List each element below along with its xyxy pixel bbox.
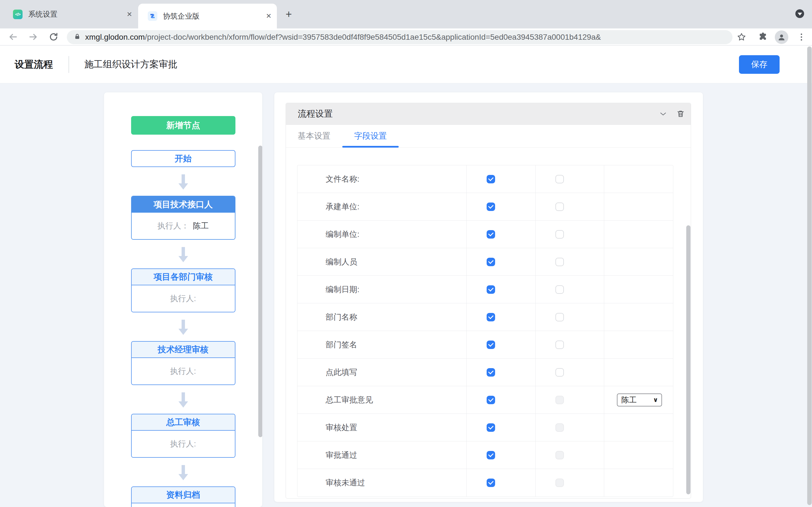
checkbox-checked[interactable]	[487, 451, 495, 459]
flow-arrow-down-icon	[179, 174, 188, 189]
field-extra-cell	[604, 469, 673, 497]
lock-icon	[74, 33, 81, 42]
field-settings-table: 文件名称:承建单位:编制单位:编制人员编制日期:部门名称部门签名点此填写总工审批…	[297, 165, 673, 497]
checkbox-checked[interactable]	[487, 230, 495, 238]
delete-trash-icon[interactable]	[675, 108, 686, 119]
checkbox-unchecked[interactable]	[555, 175, 564, 183]
field-table-row: 点此填写	[297, 358, 673, 386]
field-visible-cell	[467, 276, 536, 303]
flow-node[interactable]: 开始	[131, 150, 236, 167]
checkbox-unchecked[interactable]	[555, 230, 564, 238]
checkbox-unchecked[interactable]	[555, 203, 564, 211]
checkbox-unchecked-disabled[interactable]	[555, 451, 564, 459]
flow-node-executor-row: 执行人:	[132, 431, 235, 457]
save-button[interactable]: 保存	[739, 55, 779, 74]
checkbox-checked[interactable]	[487, 424, 495, 432]
field-table-row: 审批通过	[297, 441, 673, 469]
field-visible-cell	[467, 414, 536, 441]
xiezhu-favicon-icon	[148, 11, 157, 21]
flow-node[interactable]: 项目各部门审核执行人:	[131, 269, 236, 313]
field-label: 部门签名	[297, 331, 467, 358]
checkbox-checked[interactable]	[487, 258, 495, 266]
extensions-puzzle-icon[interactable]	[757, 31, 769, 43]
settings-tab-bar: 基本设置字段设置	[286, 125, 691, 148]
tab-search-button[interactable]	[795, 9, 804, 18]
flow-node[interactable]: 技术经理审核执行人:	[131, 341, 236, 385]
url-path: /project-doc/workbench/xform/flow/def?ws…	[145, 33, 601, 41]
checkbox-checked[interactable]	[487, 203, 495, 211]
card-header: 流程设置	[286, 103, 691, 125]
field-label: 审核处置	[297, 414, 467, 441]
checkbox-checked[interactable]	[487, 396, 495, 404]
url-bar[interactable]: xmgl.glodon.com/project-doc/workbench/xf…	[67, 30, 732, 44]
flow-node[interactable]: 资料归档执行人:	[131, 487, 236, 507]
field-required-cell	[536, 414, 604, 441]
checkbox-unchecked[interactable]	[555, 258, 564, 266]
flow-node[interactable]: 项目技术接口人执行人：陈工	[131, 196, 236, 240]
executor-dropdown[interactable]: 陈工∨	[617, 393, 662, 406]
bookmark-star-icon[interactable]	[735, 31, 748, 43]
settings-tab-fields[interactable]: 字段设置	[342, 125, 399, 147]
field-label: 点此填写	[297, 358, 467, 386]
checkbox-checked[interactable]	[487, 175, 495, 183]
tab-close-icon[interactable]: ✕	[126, 11, 133, 18]
field-label: 文件名称:	[297, 165, 467, 193]
checkbox-unchecked[interactable]	[555, 285, 564, 294]
header-divider	[68, 56, 69, 73]
executor-name: 陈工	[193, 221, 209, 231]
checkbox-checked[interactable]	[487, 368, 495, 377]
settings-panel-scrollbar[interactable]	[686, 225, 691, 494]
forward-button[interactable]	[27, 31, 40, 43]
document-title: 施工组织设计方案审批	[84, 58, 177, 71]
browser-tab-system-settings[interactable]: </> 系统设置 ✕	[5, 0, 138, 29]
collapse-chevron-icon[interactable]	[658, 108, 669, 119]
checkbox-unchecked[interactable]	[555, 368, 564, 377]
settings-tab-basic[interactable]: 基本设置	[286, 125, 342, 147]
field-visible-cell	[467, 303, 536, 331]
tab-close-icon[interactable]: ✕	[265, 12, 272, 20]
process-settings-card: 流程设置 基本设置字段设置 文件名称:承建单位:编制单位:编制人员编制日期:部门…	[286, 103, 691, 499]
process-settings-panel: 流程设置 基本设置字段设置 文件名称:承建单位:编制单位:编制人员编制日期:部门…	[274, 93, 703, 502]
browser-tab-strip: </> 系统设置 ✕ 协筑企业版 ✕ +	[0, 0, 812, 29]
field-required-cell	[536, 193, 604, 220]
checkbox-checked[interactable]	[487, 285, 495, 294]
app-header: 设置流程 施工组织设计方案审批 保存	[0, 46, 812, 83]
field-visible-cell	[467, 193, 536, 220]
checkbox-unchecked[interactable]	[555, 313, 564, 321]
field-visible-cell	[467, 358, 536, 386]
flow-node-title: 技术经理审核	[132, 342, 235, 358]
checkbox-unchecked[interactable]	[555, 341, 564, 349]
checkbox-unchecked-disabled[interactable]	[555, 424, 564, 432]
checkbox-checked[interactable]	[487, 313, 495, 321]
field-table-row: 承建单位:	[297, 193, 673, 221]
add-node-button[interactable]: 新增节点	[131, 116, 236, 135]
flow-arrow-down-icon	[179, 247, 188, 262]
field-extra-cell	[604, 331, 673, 358]
tab-title: 协筑企业版	[163, 11, 265, 21]
browser-menu-icon[interactable]	[796, 31, 807, 43]
field-required-cell	[536, 386, 604, 413]
flow-node-title: 项目技术接口人	[132, 196, 235, 213]
flow-panel-scrollbar[interactable]	[258, 146, 262, 437]
field-required-cell	[536, 441, 604, 469]
reload-button[interactable]	[47, 31, 60, 43]
field-extra-cell	[604, 358, 673, 386]
field-label: 审核未通过	[297, 469, 467, 497]
flow-node-executor-row: 执行人:	[132, 285, 235, 312]
checkbox-unchecked-disabled[interactable]	[555, 478, 564, 487]
back-button[interactable]	[7, 31, 19, 43]
checkbox-checked[interactable]	[487, 478, 495, 487]
browser-tab-xiezhu[interactable]: 协筑企业版 ✕	[138, 4, 277, 29]
new-tab-button[interactable]: +	[283, 8, 295, 20]
profile-avatar[interactable]	[775, 31, 788, 44]
field-extra-cell	[604, 165, 673, 193]
flow-node-title: 总工审核	[132, 414, 235, 431]
flow-node[interactable]: 总工审核执行人:	[131, 414, 236, 458]
field-visible-cell	[467, 441, 536, 469]
page-title: 设置流程	[15, 58, 53, 71]
window-scrollbar[interactable]	[807, 47, 812, 505]
field-required-cell	[536, 276, 604, 303]
field-visible-cell	[467, 331, 536, 358]
checkbox-checked[interactable]	[487, 341, 495, 349]
checkbox-unchecked-disabled[interactable]	[555, 396, 564, 404]
